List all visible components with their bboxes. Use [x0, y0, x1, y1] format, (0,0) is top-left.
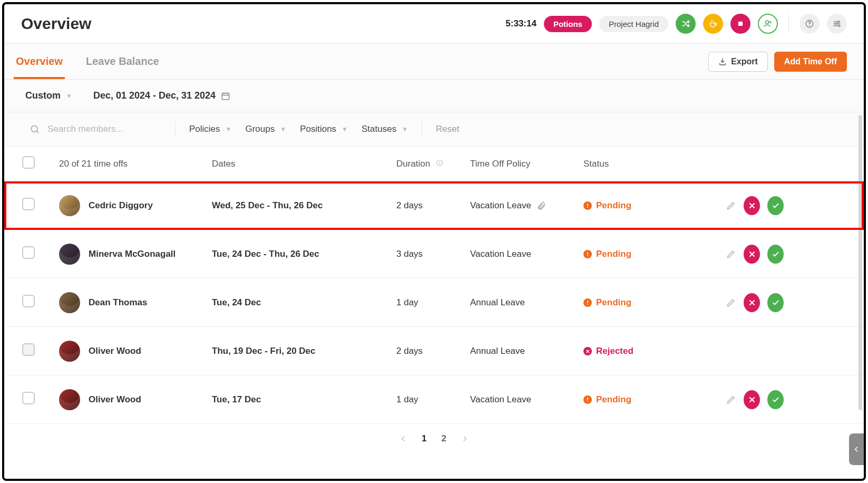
side-collapse-tab[interactable]	[849, 433, 864, 465]
export-button[interactable]: Export	[708, 52, 768, 72]
reject-button[interactable]	[744, 293, 760, 312]
row-checkbox[interactable]	[22, 295, 35, 307]
coffee-icon	[708, 19, 718, 28]
page-next[interactable]	[461, 435, 469, 442]
approve-button[interactable]	[767, 245, 784, 264]
reject-button[interactable]	[744, 245, 760, 264]
col-policy: Time Off Policy	[470, 159, 583, 169]
range-mode-dropdown[interactable]: Custom ▼	[25, 90, 72, 101]
dates-cell: Thu, 19 Dec - Fri, 20 Dec	[212, 346, 396, 356]
status-badge: !Pending	[583, 249, 631, 259]
reject-button[interactable]	[744, 196, 760, 215]
check-icon	[772, 395, 780, 404]
status-badge: !Pending	[583, 297, 631, 308]
table-body: Cedric DiggoryWed, 25 Dec - Thu, 26 Dec2…	[4, 181, 864, 424]
chevron-left-icon	[853, 446, 860, 453]
edit-button[interactable]	[726, 249, 736, 259]
table-row: Oliver WoodTue, 17 Dec1 dayVacation Leav…	[4, 375, 864, 424]
tab-leave-balance[interactable]: Leave Balance	[84, 44, 161, 79]
x-icon	[748, 298, 756, 307]
col-count: 20 of 21 time offs	[59, 159, 212, 169]
status-badge: !Pending	[583, 394, 631, 405]
date-range-bar: Custom ▼ Dec, 01 2024 - Dec, 31 2024	[4, 80, 864, 112]
help-button[interactable]	[799, 14, 820, 34]
caret-down-icon: ▼	[226, 125, 232, 133]
row-checkbox[interactable]	[22, 198, 35, 210]
info-icon[interactable]	[436, 160, 443, 168]
approve-button[interactable]	[767, 293, 784, 312]
reset-filters[interactable]: Reset	[436, 124, 459, 134]
filter-statuses[interactable]: Statuses▼	[362, 124, 408, 134]
divider	[175, 122, 175, 137]
policy-cell: Vacation Leave	[470, 249, 531, 259]
page-title: Overview	[21, 15, 91, 33]
break-button[interactable]	[703, 14, 723, 34]
x-icon	[748, 201, 756, 210]
duration-cell: 3 days	[396, 249, 470, 259]
pencil-icon	[726, 394, 736, 405]
download-icon	[718, 57, 727, 66]
table-row: Oliver WoodThu, 19 Dec - Fri, 20 Dec2 da…	[4, 327, 864, 375]
filter-positions[interactable]: Positions▼	[300, 124, 348, 134]
search-icon	[30, 124, 40, 134]
settings-button[interactable]	[827, 14, 847, 34]
check-icon	[772, 250, 780, 258]
tab-overview[interactable]: Overview	[14, 44, 65, 79]
table-row: Cedric DiggoryWed, 25 Dec - Thu, 26 Dec2…	[4, 181, 864, 230]
pending-icon: !	[583, 201, 592, 210]
approve-button[interactable]	[767, 196, 784, 215]
active-task-pill[interactable]: Potions	[544, 16, 592, 32]
search-input[interactable]	[47, 124, 142, 134]
filter-policies[interactable]: Policies▼	[189, 124, 231, 134]
shuffle-button[interactable]	[676, 14, 696, 34]
divider	[422, 122, 422, 137]
reject-button[interactable]	[744, 390, 760, 409]
timer-readout: 5:33:14	[505, 18, 537, 29]
page-prev[interactable]	[399, 435, 407, 442]
range-mode-label: Custom	[25, 90, 61, 101]
edit-button[interactable]	[726, 200, 736, 211]
avatar	[59, 195, 80, 216]
select-all-checkbox[interactable]	[22, 156, 35, 169]
approve-button[interactable]	[767, 390, 784, 409]
caret-down-icon: ▼	[342, 125, 348, 133]
help-icon	[805, 19, 814, 28]
svg-point-1	[766, 21, 769, 24]
svg-point-5	[838, 25, 840, 26]
status-badge: ✕Rejected	[583, 346, 633, 356]
pending-icon: !	[583, 298, 592, 307]
policy-cell: Vacation Leave	[470, 200, 531, 211]
edit-button[interactable]	[726, 297, 736, 308]
page-2[interactable]: 2	[442, 433, 446, 444]
page-1[interactable]: 1	[422, 433, 426, 444]
caret-down-icon: ▼	[280, 125, 286, 133]
add-member-button[interactable]	[758, 14, 778, 34]
check-icon	[772, 298, 780, 307]
pencil-icon	[726, 200, 736, 211]
project-pill[interactable]: Project Hagrid	[599, 16, 668, 32]
table-row: Dean ThomasTue, 24 Dec1 dayAnnual Leave!…	[4, 278, 864, 327]
chevron-left-icon	[399, 435, 407, 442]
duration-cell: 2 days	[396, 200, 470, 211]
scrollbar-thumb[interactable]	[859, 115, 862, 410]
duration-cell: 1 day	[396, 297, 470, 308]
duration-cell: 2 days	[396, 346, 470, 356]
col-status: Status	[583, 159, 726, 169]
status-badge: !Pending	[583, 200, 631, 211]
pending-icon: !	[583, 250, 592, 258]
policy-cell: Annual Leave	[470, 297, 525, 308]
add-time-off-button[interactable]: Add Time Off	[774, 52, 847, 72]
row-checkbox[interactable]	[22, 246, 35, 259]
stop-button[interactable]	[730, 14, 750, 34]
attachment-icon[interactable]	[537, 201, 546, 210]
svg-point-3	[838, 21, 840, 23]
edit-button[interactable]	[726, 394, 736, 405]
x-icon	[748, 250, 756, 258]
row-checkbox[interactable]	[22, 392, 35, 404]
rejected-icon: ✕	[583, 347, 592, 355]
dates-cell: Tue, 24 Dec	[212, 297, 396, 308]
export-label: Export	[731, 57, 758, 66]
shuffle-icon	[681, 19, 690, 28]
date-range-picker[interactable]: Dec, 01 2024 - Dec, 31 2024	[93, 90, 230, 101]
filter-groups[interactable]: Groups▼	[245, 124, 286, 134]
